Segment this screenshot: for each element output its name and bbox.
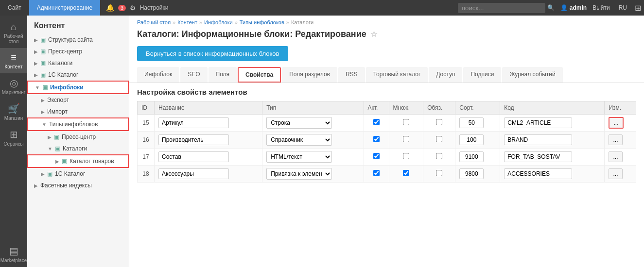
breadcrumb-content[interactable]: Контент [177,19,197,25]
gear-icon[interactable]: ⚙ [130,4,136,12]
cell-edit: ... [605,149,636,166]
tab-rss[interactable]: RSS [338,67,365,83]
arrow-icon: ▶ [48,134,52,140]
back-to-list-button[interactable]: Вернуться в список информационных блоков [137,46,288,61]
breadcrumb: Рабочий стол » Контент » Инфоблоки » Тип… [129,16,644,27]
cell-edit: ... [605,115,636,132]
mult-checkbox[interactable] [403,136,409,142]
col-sort: Сорт. [455,101,500,115]
name-input[interactable] [158,168,229,179]
grid-icon[interactable]: ⊞ [632,3,644,13]
tab-site[interactable]: Сайт [0,0,29,16]
settings-label[interactable]: Настройки [140,4,169,11]
mult-checkbox[interactable] [403,119,409,125]
bell-icon: 🔔 [106,4,114,12]
press-sub-icon: ▣ [54,134,59,140]
tab-trade-catalog[interactable]: Торговый каталог [366,67,428,83]
exit-button[interactable]: Выйти [589,4,614,11]
tab-section-fields[interactable]: Поля разделов [282,67,337,83]
cell-code [500,149,605,166]
tabs: Инфоблок SEO Поля Свойства Поля разделов… [129,67,644,83]
icon-sidebar: ⌂ Рабочийстол ≡ Контент ◎ Маркетинг 🛒 Ма… [0,16,27,267]
mult-checkbox[interactable] [403,153,409,159]
sidebar-item-desktop[interactable]: ⌂ Рабочийстол [0,17,27,48]
code-input[interactable] [504,117,572,128]
code-input[interactable] [504,168,572,179]
col-name: Название [155,101,262,115]
sort-input[interactable] [459,134,484,145]
sidebar-item-marketplace[interactable]: ▤ Marketplace [0,241,27,267]
sidebar-item-shop[interactable]: 🛒 Магазин [0,99,27,125]
active-checkbox[interactable] [373,153,380,159]
table-row: 16 Справочник ... [138,132,636,149]
breadcrumb-sep: » [199,19,202,25]
properties-table: ID Название Тип Акт. Множ. Обяз. Сорт. К… [137,101,636,183]
lang-selector[interactable]: RU [616,4,630,11]
nav-item-infoblock-types[interactable]: ▼ Типы инфоблоков [27,117,129,131]
tab-admin[interactable]: Администрирование [29,0,100,16]
arrow-icon: ▶ [34,72,38,78]
tab-event-log[interactable]: Журнал событий [502,67,562,83]
code-input[interactable] [504,134,572,145]
nav-item-press[interactable]: ▶ ▣ Пресс-центр [27,46,129,57]
edit-button[interactable]: ... [609,117,623,129]
name-input[interactable] [158,117,229,128]
name-input[interactable] [158,151,229,162]
nav-item-site-structure[interactable]: ▶ ▣ Структура сайта [27,34,129,46]
content-area: Рабочий стол » Контент » Инфоблоки » Тип… [129,16,644,267]
type-select[interactable]: HTML/текст [266,151,332,163]
nav-item-1c-catalog[interactable]: ▶ ▣ 1С Каталог [27,69,129,81]
req-checkbox[interactable] [436,153,442,159]
edit-button[interactable]: ... [609,151,622,162]
req-checkbox[interactable] [436,170,442,176]
sort-input[interactable] [459,117,484,128]
sidebar-item-services[interactable]: ⊞ Сервисы [0,125,27,150]
sidebar-item-content[interactable]: ≡ Контент [0,48,27,73]
nav-item-import[interactable]: ▶ Импорт [27,106,129,117]
type-select[interactable]: Привязка к элемент [266,168,332,180]
services-label: Сервисы [3,141,23,147]
type-select[interactable]: Строка [266,117,332,129]
code-input[interactable] [504,151,572,162]
req-checkbox[interactable] [436,119,442,125]
nav-item-facets[interactable]: ▶ Фасетные индексы [27,180,129,191]
nav-item-export[interactable]: ▶ Экспорт [27,94,129,106]
tab-access[interactable]: Доступ [429,67,462,83]
tab-infoblock[interactable]: Инфоблок [137,67,179,83]
shop-icon: 🛒 [8,103,20,115]
cell-type: Привязка к элемент [262,166,364,183]
breadcrumb-types[interactable]: Типы инфоблоков [240,19,284,25]
edit-button[interactable]: ... [609,134,622,145]
arrow-icon: ▶ [41,98,45,103]
req-checkbox[interactable] [436,136,442,142]
nav-item-catalogs[interactable]: ▶ ▣ Каталоги [27,57,129,69]
content-icon: ≡ [11,52,17,63]
active-checkbox[interactable] [373,136,380,142]
sort-input[interactable] [459,151,484,162]
sidebar-item-marketing[interactable]: ◎ Маркетинг [0,73,27,99]
nav-item-infoblocks[interactable]: ▼ ▣ Инфоблоки [27,81,129,94]
nav-item-1c-sub[interactable]: ▶ ▣ 1С Каталог [27,168,129,180]
mult-checkbox[interactable] [403,170,409,176]
breadcrumb-desktop[interactable]: Рабочий стол [137,19,171,25]
cell-req [423,149,455,166]
nav-item-press-sub[interactable]: ▶ ▣ Пресс-центр [27,131,129,143]
active-checkbox[interactable] [373,119,380,125]
nav-item-product-catalog[interactable]: ▶ ▣ Каталог товаров [27,154,129,168]
cell-id: 18 [138,166,155,183]
nav-item-catalogs-sub[interactable]: ▼ ▣ Каталоги [27,143,129,154]
tab-seo[interactable]: SEO [180,67,207,83]
cell-id: 15 [138,115,155,132]
tab-properties[interactable]: Свойства [238,67,281,83]
search-input[interactable] [458,3,545,13]
tab-fields[interactable]: Поля [209,67,237,83]
edit-button[interactable]: ... [609,168,622,179]
sort-input[interactable] [459,168,484,179]
tab-subscriptions[interactable]: Подписи [463,67,501,83]
type-select[interactable]: Справочник [266,134,332,146]
star-icon[interactable]: ☆ [370,30,377,39]
active-checkbox[interactable] [373,170,380,176]
breadcrumb-infoblocks[interactable]: Инфоблоки [204,19,233,25]
table-row: 17 HTML/текст ... [138,149,636,166]
name-input[interactable] [158,134,229,145]
